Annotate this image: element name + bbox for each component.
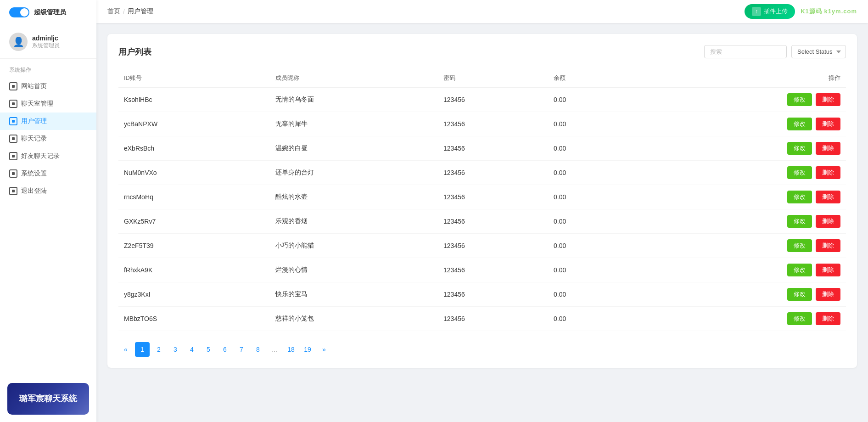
edit-button[interactable]: 修改 bbox=[787, 215, 812, 228]
edit-button[interactable]: 修改 bbox=[787, 93, 812, 106]
sidebar-item-chat-log[interactable]: 聊天记录 bbox=[0, 130, 96, 147]
cell-ops: 修改 删除 bbox=[628, 185, 846, 209]
delete-button[interactable]: 删除 bbox=[816, 215, 840, 228]
cell-nickname: 酷炫的水壶 bbox=[270, 185, 438, 209]
pagination-page-2[interactable]: 2 bbox=[151, 342, 166, 357]
user-role: 系统管理员 bbox=[32, 42, 60, 50]
cell-nickname: 快乐的宝马 bbox=[270, 282, 438, 307]
pagination-page-6[interactable]: 6 bbox=[218, 342, 232, 357]
cell-ops: 修改 删除 bbox=[628, 282, 846, 307]
sidebar-item-chat-room[interactable]: 聊天室管理 bbox=[0, 95, 96, 113]
cell-ops: 修改 删除 bbox=[628, 161, 846, 185]
cell-balance: 0.00 bbox=[548, 307, 628, 331]
cell-balance: 0.00 bbox=[548, 258, 628, 282]
table-row: KsohlHBc 无情的乌冬面 123456 0.00 修改 删除 bbox=[118, 87, 846, 112]
cell-id: rncsMoHq bbox=[118, 185, 270, 209]
cell-password: 123456 bbox=[438, 112, 548, 136]
pagination-next[interactable]: » bbox=[317, 342, 331, 357]
cell-balance: 0.00 bbox=[548, 234, 628, 258]
table-row: NuM0nVXo 还单身的台灯 123456 0.00 修改 删除 bbox=[118, 161, 846, 185]
nav-icon-home bbox=[9, 82, 17, 90]
col-nickname: 成员昵称 bbox=[270, 69, 438, 87]
delete-button[interactable]: 删除 bbox=[816, 312, 840, 325]
sidebar-item-home[interactable]: 网站首页 bbox=[0, 78, 96, 95]
theme-toggle[interactable] bbox=[9, 7, 29, 17]
pagination-prev[interactable]: « bbox=[118, 342, 133, 357]
edit-button[interactable]: 修改 bbox=[787, 288, 812, 301]
sidebar-item-settings[interactable]: 系统设置 bbox=[0, 165, 96, 182]
upload-button[interactable]: ↑ 插件上传 bbox=[745, 4, 795, 19]
edit-button[interactable]: 修改 bbox=[787, 312, 812, 325]
delete-button[interactable]: 删除 bbox=[816, 166, 840, 179]
cell-ops: 修改 删除 bbox=[628, 258, 846, 282]
pagination-page-3[interactable]: 3 bbox=[168, 342, 183, 357]
cell-balance: 0.00 bbox=[548, 87, 628, 112]
delete-button[interactable]: 删除 bbox=[816, 191, 840, 203]
delete-button[interactable]: 删除 bbox=[816, 239, 840, 252]
table-row: fRhxkA9K 烂漫的心情 123456 0.00 修改 删除 bbox=[118, 258, 846, 282]
pagination-page-8[interactable]: 8 bbox=[251, 342, 265, 357]
sidebar: 超级管理员 👤 adminljc 系统管理员 系统操作 网站首页 聊天室管理 用… bbox=[0, 0, 96, 422]
delete-button[interactable]: 删除 bbox=[816, 93, 840, 106]
cell-nickname: 温婉的白昼 bbox=[270, 136, 438, 161]
edit-button[interactable]: 修改 bbox=[787, 191, 812, 203]
delete-button[interactable]: 删除 bbox=[816, 118, 840, 130]
cell-id: GXKz5Rv7 bbox=[118, 209, 270, 234]
upload-icon: ↑ bbox=[752, 7, 761, 16]
table-row: GXKz5Rv7 乐观的香烟 123456 0.00 修改 删除 bbox=[118, 209, 846, 234]
delete-button[interactable]: 删除 bbox=[816, 264, 840, 276]
nav-icon-logout bbox=[9, 187, 17, 195]
table-body: KsohlHBc 无情的乌冬面 123456 0.00 修改 删除 ycBaNP… bbox=[118, 87, 846, 331]
page-title: 用户列表 bbox=[118, 46, 151, 57]
nav-icon-user-mgmt bbox=[9, 117, 17, 125]
pagination-page-4[interactable]: 4 bbox=[185, 342, 199, 357]
topbar-right: ↑ 插件上传 K1源码 k1ym.com bbox=[745, 4, 857, 19]
pagination-page-18[interactable]: 18 bbox=[284, 342, 298, 357]
pagination-page-1[interactable]: 1 bbox=[135, 342, 150, 357]
cell-ops: 修改 删除 bbox=[628, 307, 846, 331]
filter-bar: Select Status 全部 正常 禁用 bbox=[704, 45, 846, 58]
pagination-page-19[interactable]: 19 bbox=[300, 342, 315, 357]
cell-balance: 0.00 bbox=[548, 112, 628, 136]
sidebar-item-user-mgmt[interactable]: 用户管理 bbox=[0, 113, 96, 130]
cell-password: 123456 bbox=[438, 161, 548, 185]
edit-button[interactable]: 修改 bbox=[787, 239, 812, 252]
pagination-page-7[interactable]: 7 bbox=[234, 342, 249, 357]
pagination-page-5[interactable]: 5 bbox=[201, 342, 216, 357]
edit-button[interactable]: 修改 bbox=[787, 142, 812, 155]
delete-button[interactable]: 删除 bbox=[816, 288, 840, 301]
delete-button[interactable]: 删除 bbox=[816, 142, 840, 155]
card-header: 用户列表 Select Status 全部 正常 禁用 bbox=[118, 45, 846, 58]
cell-ops: 修改 删除 bbox=[628, 87, 846, 112]
edit-button[interactable]: 修改 bbox=[787, 264, 812, 276]
sidebar-banner: 璐军宸聊天系统 bbox=[7, 383, 89, 415]
breadcrumb-sep: / bbox=[123, 8, 125, 15]
cell-id: ycBaNPXW bbox=[118, 112, 270, 136]
breadcrumb-home[interactable]: 首页 bbox=[107, 7, 120, 16]
edit-button[interactable]: 修改 bbox=[787, 118, 812, 130]
cell-ops: 修改 删除 bbox=[628, 234, 846, 258]
sidebar-title: 超级管理员 bbox=[34, 8, 66, 17]
nav-label-logout: 退出登陆 bbox=[21, 187, 47, 195]
table-row: Z2eF5T39 小巧的小能猫 123456 0.00 修改 删除 bbox=[118, 234, 846, 258]
breadcrumb-current: 用户管理 bbox=[128, 7, 153, 16]
search-input[interactable] bbox=[704, 45, 787, 58]
topbar: 首页 / 用户管理 ↑ 插件上传 K1源码 k1ym.com bbox=[96, 0, 868, 23]
nav-icon-chat-room bbox=[9, 100, 17, 108]
status-select[interactable]: Select Status 全部 正常 禁用 bbox=[791, 45, 846, 58]
edit-button[interactable]: 修改 bbox=[787, 166, 812, 179]
user-table: ID账号 成员昵称 密码 余额 操作 KsohlHBc 无情的乌冬面 12345… bbox=[118, 69, 846, 331]
username: adminljc bbox=[32, 34, 60, 42]
table-row: ycBaNPXW 无辜的犀牛 123456 0.00 修改 删除 bbox=[118, 112, 846, 136]
cell-id: NuM0nVXo bbox=[118, 161, 270, 185]
cell-nickname: 还单身的台灯 bbox=[270, 161, 438, 185]
nav-icon-chat-log bbox=[9, 135, 17, 143]
sidebar-item-friends-log[interactable]: 好友聊天记录 bbox=[0, 147, 96, 165]
cell-id: KsohlHBc bbox=[118, 87, 270, 112]
sidebar-item-logout[interactable]: 退出登陆 bbox=[0, 182, 96, 200]
cell-id: y8gz3KxI bbox=[118, 282, 270, 307]
content-area: 用户列表 Select Status 全部 正常 禁用 ID账号 成员昵称 bbox=[96, 23, 868, 422]
col-balance: 余额 bbox=[548, 69, 628, 87]
cell-nickname: 小巧的小能猫 bbox=[270, 234, 438, 258]
cell-nickname: 无情的乌冬面 bbox=[270, 87, 438, 112]
